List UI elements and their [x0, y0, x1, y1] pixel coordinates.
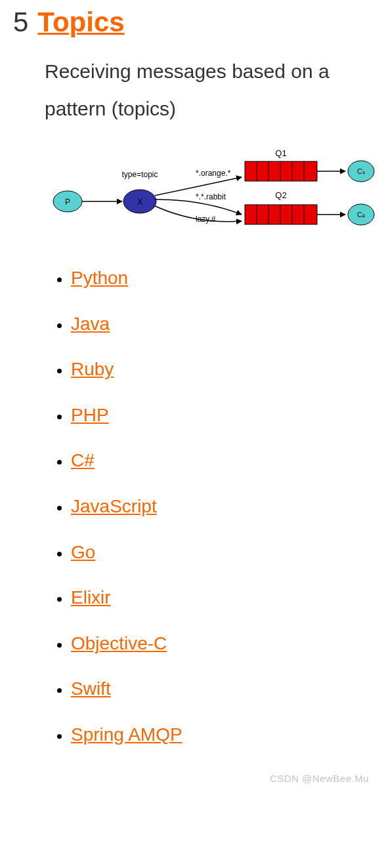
lang-link[interactable]: Swift [71, 678, 111, 699]
section-number: 5 [13, 7, 28, 38]
binding-key-0: *.orange.* [196, 169, 231, 178]
language-list: Python Java Ruby PHP C# JavaScript Go El… [45, 267, 386, 746]
list-item: Swift [71, 678, 386, 700]
section-title-link[interactable]: Topics [37, 7, 124, 38]
consumer-label-0: C₁ [357, 167, 365, 175]
lang-link[interactable]: Spring AMQP [71, 724, 182, 745]
lang-link[interactable]: Python [71, 268, 128, 288]
producer-label: P [65, 197, 70, 207]
queue-label-1: Q2 [275, 190, 286, 200]
lang-link[interactable]: Elixir [71, 587, 111, 608]
exchange-type-label: type=topic [121, 170, 158, 179]
lang-link[interactable]: PHP [71, 405, 109, 425]
lang-link[interactable]: C# [71, 450, 95, 470]
list-item: Ruby [71, 358, 386, 381]
svg-rect-8 [245, 205, 317, 224]
list-item: Go [71, 541, 386, 564]
content-wrap: 5 Topics Receiving messages based on a p… [0, 0, 386, 789]
list-item: Python [71, 267, 386, 289]
lang-link[interactable]: Objective-C [71, 633, 167, 653]
exchange-label: X [137, 197, 142, 207]
queue-label-0: Q1 [275, 148, 286, 158]
list-item: PHP [71, 404, 386, 426]
section-subtitle: Receiving messages based on a pattern (t… [45, 52, 386, 127]
lang-link[interactable]: Ruby [71, 359, 114, 379]
list-item: Elixir [71, 587, 386, 609]
list-item: C# [71, 449, 386, 472]
section-heading: 5 Topics [13, 7, 386, 38]
binding-key-1: *.*.rabbit [196, 192, 226, 201]
lang-link[interactable]: Java [71, 314, 110, 334]
list-item: Spring AMQP [71, 724, 386, 746]
list-item: Java [71, 313, 386, 335]
list-item: Objective-C [71, 632, 386, 655]
topic-exchange-diagram: P X type=topic *.orange.* *.*.rabbit laz… [45, 139, 386, 247]
watermark: CSDN @NewBee.Mu [270, 773, 369, 784]
lang-link[interactable]: JavaScript [71, 496, 157, 516]
section-body: Receiving messages based on a pattern (t… [13, 52, 386, 746]
consumer-label-1: C₂ [357, 211, 365, 218]
queue-0 [245, 161, 317, 181]
list-item: JavaScript [71, 495, 386, 518]
svg-rect-2 [245, 161, 317, 181]
lang-link[interactable]: Go [71, 542, 95, 562]
queue-1 [245, 205, 317, 224]
binding-key-2: lazy.# [196, 215, 216, 224]
